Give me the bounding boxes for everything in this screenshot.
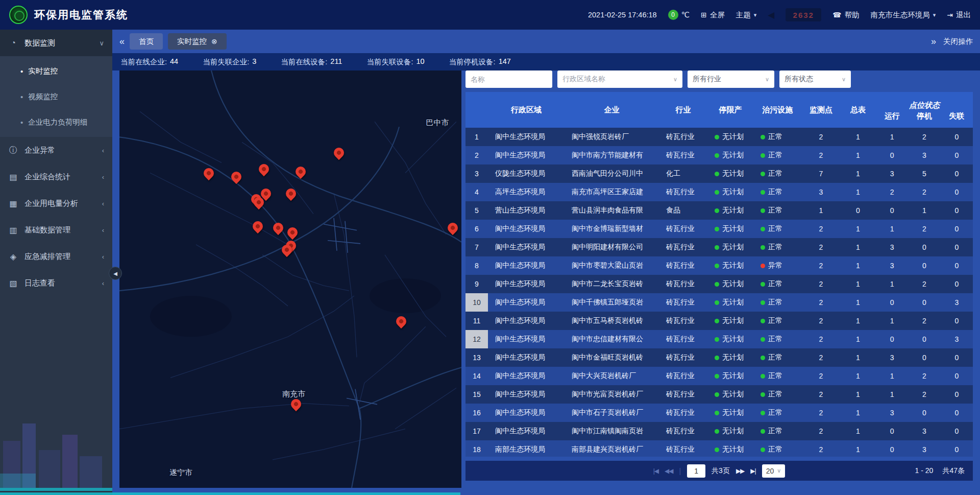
map-marker-icon[interactable] [446, 221, 460, 235]
page-first-button[interactable]: |◀ [653, 467, 658, 475]
region-filter-select[interactable]: 行政区域名称 ∨ [557, 70, 682, 88]
table-row[interactable]: 4高坪生态环境局南充市高坪区王家店建砖瓦行业无计划正常31220 [465, 183, 973, 201]
divider: | [679, 467, 681, 475]
close-operations-button[interactable]: 关闭操作 [943, 37, 973, 46]
row-region-cell: 阆中生态环境局 [488, 348, 565, 367]
row-running-cell: 0 [876, 422, 908, 440]
sidebar-item-label: 日志查看 [24, 278, 96, 288]
row-industry-cell: 砖瓦行业 [659, 220, 707, 238]
page-size-select[interactable]: 20 ∨ [762, 464, 786, 478]
map-marker-icon[interactable] [394, 314, 408, 328]
row-meters-cell: 1 [840, 385, 876, 404]
subitem-label: 企业电力负荷明细 [28, 117, 87, 127]
status-dot [715, 227, 719, 231]
row-meters-cell: 1 [840, 330, 876, 348]
logout-button[interactable]: ⇥ 退出 [947, 10, 971, 20]
map-marker-icon[interactable] [289, 397, 303, 411]
map-marker-icon[interactable] [229, 170, 243, 184]
page-number-input[interactable] [687, 464, 705, 478]
fullscreen-button[interactable]: ⊞ 全屏 [701, 10, 725, 20]
sidebar-item-logs[interactable]: ▧ 日志查看 ‹ [0, 270, 112, 296]
sidebar-item-power-analysis[interactable]: ▦ 企业用电量分析 ‹ [0, 190, 112, 217]
table-row[interactable]: 15阆中生态环境局阆中市光富页岩机砖厂砖瓦行业无计划正常21120 [465, 385, 973, 404]
map-marker-icon[interactable] [202, 166, 216, 180]
table-row[interactable]: 16阆中生态环境局阆中市石子页岩机砖厂砖瓦行业无计划正常21300 [465, 404, 973, 422]
status-dot [761, 300, 765, 305]
table-row[interactable]: 12阆中生态环境局阆中市忠信建材有限公砖瓦行业无计划正常21003 [465, 330, 973, 348]
map-panel[interactable]: 巴中市南充市遂宁市 [119, 70, 461, 488]
row-industry-cell: 化工 [659, 164, 707, 183]
sidebar-subitem-power-load-detail[interactable]: • 企业电力负荷明细 [0, 109, 112, 135]
sidebar-subitem-realtime-monitor[interactable]: • 实时监控 [0, 58, 112, 84]
table-row[interactable]: 18南部生态环境局南部县建兴页岩机砖厂砖瓦行业无计划正常21030 [465, 440, 973, 457]
map-city-label: 遂宁市 [169, 467, 192, 477]
sidebar-item-company-abnormal[interactable]: ⓘ 企业异常 ‹ [0, 137, 112, 163]
chevron-down-icon: ∨ [842, 76, 846, 83]
map-marker-icon[interactable] [257, 162, 271, 176]
sidebar-item-data-monitor[interactable]: ◔ 数据监测 ∨ [0, 30, 112, 56]
sidebar-item-emergency-management[interactable]: ◈ 应急减排管理 ‹ [0, 243, 112, 270]
monitor-panel: 行政区域名称 ∨ 所有行业 ∨ 所有状态 ∨ [465, 70, 973, 488]
status-dot [761, 172, 765, 176]
tab-home[interactable]: 首页 [130, 33, 163, 50]
table-row[interactable]: 11阆中生态环境局阆中市五马桥页岩机砖砖瓦行业无计划正常21120 [465, 312, 973, 330]
row-running-cell: 1 [876, 128, 908, 146]
row-company-cell: 阆中大兴页岩机砖厂 [565, 367, 659, 385]
map-marker-icon[interactable] [285, 225, 300, 239]
row-meters-cell: 1 [840, 440, 876, 457]
sidebar-subitem-video-monitor[interactable]: • 视频监控 [0, 84, 112, 109]
help-button[interactable]: ☎ 帮助 [832, 10, 859, 20]
tabs-scroll-right-button[interactable]: » [931, 37, 936, 46]
map-marker-icon[interactable] [284, 186, 298, 200]
info-circle-icon: ⓘ [8, 145, 18, 156]
row-meters-cell: 1 [840, 183, 876, 201]
map-marker-icon[interactable] [271, 221, 285, 235]
page-prev-button[interactable]: ◀◀ [665, 467, 673, 475]
status-dot [761, 447, 765, 452]
table-row[interactable]: 7阆中生态环境局阆中明阳建材有限公司砖瓦行业无计划正常21300 [465, 238, 973, 256]
table-row[interactable]: 5营山生态环境局营山县润丰肉食品有限食品无计划正常10010 [465, 201, 973, 220]
total-count-label: 共47条 [942, 466, 965, 476]
sidebar-item-base-data[interactable]: ▥ 基础数据管理 ‹ [0, 217, 112, 243]
map-city-label: 巴中市 [426, 118, 449, 128]
table-row[interactable]: 6阆中生态环境局阆中市金博瑞新型墙材砖瓦行业无计划正常21120 [465, 220, 973, 238]
table-row[interactable]: 3仪陇生态环境局西南油气田分公司川中化工无计划正常71350 [465, 164, 973, 183]
chart-icon: ▦ [8, 199, 18, 208]
alarm-counter[interactable]: 2632 [786, 8, 821, 21]
table-row[interactable]: 2阆中生态环境局阆中市南方节能建材有砖瓦行业无计划正常21030 [465, 146, 973, 164]
sidebar-item-company-stats[interactable]: ▤ 企业综合统计 ‹ [0, 163, 112, 190]
table-row[interactable]: 13阆中生态环境局阆中市金福旺页岩机砖砖瓦行业无计划正常21300 [465, 348, 973, 367]
status-dot [761, 374, 765, 379]
map-marker-icon[interactable] [332, 146, 346, 160]
stat-label: 当前失联设备: [366, 57, 413, 67]
close-icon[interactable]: ⊗ [211, 37, 217, 45]
page-next-button[interactable]: ▶▶ [736, 467, 744, 475]
table-row[interactable]: 1阆中生态环境局阆中强锐页岩砖厂砖瓦行业无计划正常21120 [465, 128, 973, 146]
table-row[interactable]: 17阆中生态环境局阆中市江南镇阆南页岩砖瓦行业无计划正常21030 [465, 422, 973, 440]
map-marker-icon[interactable] [251, 219, 265, 233]
industry-filter-select[interactable]: 所有行业 ∨ [688, 70, 774, 88]
row-region-cell: 南部生态环境局 [488, 440, 565, 457]
tab-realtime-monitor[interactable]: 实时监控 ⊗ [168, 33, 227, 50]
table-row[interactable]: 14阆中生态环境局阆中大兴页岩机砖厂砖瓦行业无计划正常21120 [465, 367, 973, 385]
row-region-cell: 阆中生态环境局 [488, 220, 565, 238]
map-marker-icon[interactable] [293, 164, 308, 179]
row-region-cell: 阆中生态环境局 [488, 404, 565, 422]
table-row[interactable]: 8阆中生态环境局阆中市枣碧大梁山页岩砖瓦行业无计划异常21300 [465, 256, 973, 275]
row-number-cell: 18 [465, 440, 488, 457]
theme-dropdown[interactable]: 主题 ▾ [736, 10, 757, 20]
table-row[interactable]: 10阆中生态环境局阆中千佛镇五郎垭页岩砖瓦行业无计划正常21003 [465, 293, 973, 312]
row-limit-cell: 无计划 [707, 422, 753, 440]
sidebar-collapse-toggle[interactable]: ◀ [109, 267, 122, 280]
table-row[interactable]: 9阆中生态环境局阆中市二龙长宝页岩砖砖瓦行业无计划正常21120 [465, 275, 973, 293]
tabs-scroll-left-button[interactable]: « [119, 37, 125, 46]
status-dot [761, 411, 765, 415]
mute-button[interactable]: ◀ [768, 10, 774, 20]
row-company-cell: 阆中市江南镇阆南页岩 [565, 422, 659, 440]
org-dropdown[interactable]: 南充市生态环境局 ▾ [871, 10, 936, 20]
row-meters-cell: 1 [840, 275, 876, 293]
row-limit-cell: 无计划 [707, 256, 753, 275]
status-filter-select[interactable]: 所有状态 ∨ [779, 70, 851, 88]
name-filter-input[interactable] [465, 70, 552, 88]
page-last-button[interactable]: ▶| [750, 467, 755, 475]
